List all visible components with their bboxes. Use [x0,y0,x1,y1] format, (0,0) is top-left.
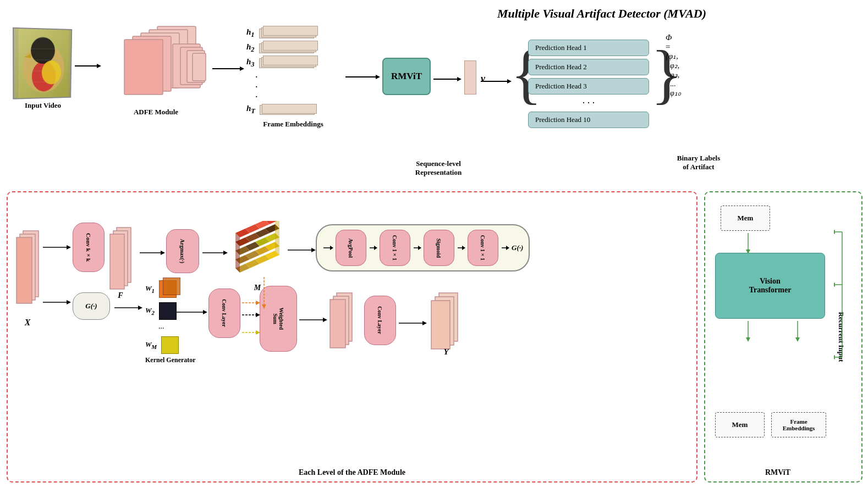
frame-embed-rmvit-box: FrameEmbeddings [771,412,826,437]
dots-label: ··· [255,72,340,102]
svg-marker-70 [311,248,316,252]
y-stack-svg [429,290,465,351]
arrow-adfe-embed [211,63,244,74]
svg-marker-102 [262,304,266,309]
kernel-weights-block: W1 W2 ··· WM Kernel Generator [145,280,196,364]
arrow-wsum-conv2 [298,314,328,325]
feature-stack-mid [329,290,358,351]
rmvit-recurrent-arrows [834,214,850,379]
color-grid-m: M [230,221,285,281]
h1-label: h1 [246,27,255,39]
svg-marker-111 [834,230,835,234]
frame-embed-label: Frame Embeddings [246,120,340,129]
avgpool-box: AvgPool [336,230,366,266]
w2-label: W2 [145,306,155,316]
rmvit-detail-label: RMViT [705,468,850,477]
y-output-block: Y [429,290,463,356]
arrow-mem-vit [743,232,754,255]
adfe-block: ADFE Module [102,22,210,115]
input-video-label: Input Video [13,101,73,110]
dashed-arrow-black [241,310,260,319]
svg-marker-88 [256,313,260,317]
pred-head-3: Prediction Head 3 [528,78,649,95]
arrow-vit-mem [743,320,754,343]
svg-rect-95 [330,300,345,348]
w2-cube [159,302,177,320]
sigmoid-box: Sigmoid [424,230,454,266]
svg-marker-106 [746,337,750,342]
svg-marker-78 [462,246,465,250]
arrow-rmvit-v [432,74,463,85]
x-stack-svg [14,225,42,324]
arrow-vit-frameembed [792,320,803,343]
vit-box: VisionTransformer [715,253,825,319]
pred-heads-block: Prediction Head 1 Prediction Head 2 Pred… [528,40,649,130]
wm-label: WM [145,340,157,350]
inner-arrow-3 [413,242,421,253]
h3-label: h3 [246,57,255,69]
conv1x1-1-box: Conv 1×1 [380,230,410,266]
w-dots: ··· [158,324,196,333]
f-stack-svg [109,225,136,297]
arrow-w-conv [175,307,208,318]
svg-marker-115 [834,355,835,359]
svg-marker-90 [256,330,260,335]
inner-arrow-4 [457,242,465,253]
input-video-block: Input Video [13,29,73,110]
g-dot-output: G(·) [512,243,523,252]
w1-label: W1 [145,284,155,294]
svg-marker-104 [746,249,750,254]
svg-marker-46 [223,251,228,255]
conv1x1-2-box: Conv 1×1 [468,230,498,266]
x-input-block: X [14,225,41,324]
pred-head-dots: · · · [528,97,649,109]
svg-marker-30 [457,77,462,81]
pred-head-1: Prediction Head 1 [528,40,649,56]
arrow-argmax-m [201,247,229,258]
svg-marker-84 [203,310,207,314]
svg-marker-44 [161,251,165,255]
input-video-image [13,27,72,99]
binary-labels-title: Binary Labelsof Artifact [644,154,754,171]
svg-marker-72 [330,246,333,250]
pred-head-2: Prediction Head 2 [528,59,649,75]
dashed-arrow-yellow [241,328,260,337]
binary-labels-block: Φ = {φ₁, φ₂, φ₃, ... φ₁₀ [666,33,732,98]
v-vector [464,60,476,95]
adfe-detail-box: Each Level of the ADFE Module X Conv k×k… [7,191,697,483]
svg-rect-12 [14,29,18,99]
conv-layer-2: Conv Layer [364,296,396,345]
wm-cube [161,336,179,354]
inner-arrow-5 [501,242,509,253]
inner-arrow-2 [369,242,377,253]
svg-marker-67 [235,233,240,273]
dashed-arrow-orange [241,298,260,307]
adfe-detail-label: Each Level of the ADFE Module [8,468,696,477]
hT-label: hT [246,104,255,115]
hT-bar [260,105,315,115]
svg-marker-68 [275,221,279,255]
arrow-f-argmax [139,247,166,258]
conv-kk-box: Conv k×k [73,223,105,272]
h2-label: h2 [246,42,255,54]
rmvit-detail-box: Recurrent Input RMViT Mem VisionTransfor… [704,191,862,483]
arrow-conv2-y [398,318,428,329]
arrow-x-upper [42,242,72,253]
adfe-layers-svg [102,22,210,110]
svg-marker-37 [67,245,71,249]
arrow-v-pred [480,76,513,87]
svg-rect-20 [124,40,163,95]
svg-marker-108 [795,337,800,342]
frame-embeddings-block: h1 h2 h3 ··· hT Frame Embeddings [246,27,340,129]
feat-stack-mid-svg [329,290,359,351]
arrow-m-avgpool [287,245,317,256]
svg-marker-92 [323,318,327,322]
inner-arrow-1 [322,242,333,253]
svg-rect-24 [193,53,206,81]
g-kernel-box: G(·) [73,292,110,320]
m-to-wsum-arrow [259,276,270,310]
bird-svg [14,29,72,99]
mem-bottom-box: Mem [715,412,765,437]
seq-level-label: Sequence-levelRepresentation [375,159,502,177]
svg-marker-26 [240,66,244,71]
